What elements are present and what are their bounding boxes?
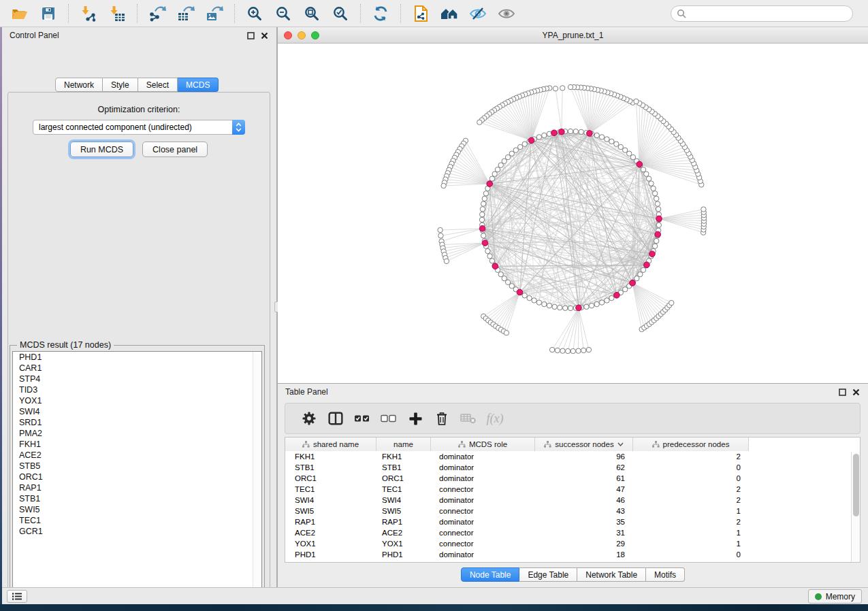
table-row[interactable]: YOX1YOX1connector291 <box>285 538 860 549</box>
table-cell[interactable]: dominator <box>431 516 535 527</box>
table-row[interactable]: RAP1RAP1dominator352 <box>285 516 860 527</box>
mcds-result-item[interactable]: STP4 <box>13 374 261 384</box>
table-cell[interactable]: ACE2 <box>376 527 431 538</box>
table-cell[interactable]: 29 <box>535 538 633 549</box>
mcds-result-item[interactable]: RAP1 <box>13 482 261 493</box>
table-cell[interactable]: dominator <box>431 462 535 473</box>
apply-layout-icon[interactable] <box>369 3 392 24</box>
mcds-result-item[interactable]: SWI5 <box>13 504 261 515</box>
mcds-result-item[interactable]: ORC1 <box>13 472 261 482</box>
table-row[interactable]: FKH1FKH1dominator962 <box>285 451 860 462</box>
mcds-result-item[interactable]: FKH1 <box>13 439 261 450</box>
table-cell[interactable]: TEC1 <box>376 484 431 495</box>
deselect-all-checkboxes-icon[interactable] <box>377 407 400 430</box>
table-cell[interactable]: connector <box>431 538 535 549</box>
table-row[interactable]: TEC1TEC1connector472 <box>285 484 860 495</box>
table-cell[interactable]: ORC1 <box>285 473 376 484</box>
table-cell[interactable]: STB1 <box>285 462 376 473</box>
table-cell[interactable]: YOX1 <box>285 538 376 549</box>
mcds-result-item[interactable]: TEC1 <box>13 515 261 526</box>
network-graph[interactable] <box>278 44 868 382</box>
column-header-successor-nodes[interactable]: successor nodes <box>535 437 633 451</box>
column-header-predecessor-nodes[interactable]: predecessor nodes <box>633 437 749 451</box>
table-row[interactable]: SWI5SWI5connector431 <box>285 506 860 516</box>
open-session-icon[interactable] <box>8 3 31 24</box>
table-cell[interactable]: RAP1 <box>376 516 431 527</box>
table-cell[interactable]: SWI5 <box>285 506 376 516</box>
table-cell[interactable]: 35 <box>535 516 633 527</box>
table-cell[interactable]: SWI4 <box>285 495 376 506</box>
float-panel-icon[interactable] <box>838 388 847 397</box>
table-cell[interactable]: connector <box>431 527 535 538</box>
table-cell[interactable]: 1 <box>633 538 749 549</box>
float-panel-icon[interactable] <box>246 31 255 40</box>
mcds-result-item[interactable]: ACE2 <box>13 450 261 461</box>
close-panel-icon[interactable] <box>852 388 861 397</box>
table-cell[interactable]: dominator <box>431 549 535 560</box>
mcds-result-item[interactable]: SWI4 <box>13 406 261 417</box>
table-cell[interactable]: PHD1 <box>285 549 376 560</box>
close-panel-icon[interactable] <box>260 31 269 40</box>
criterion-select[interactable]: largest connected component (undirected) <box>33 120 245 135</box>
tab-mcds[interactable]: MCDS <box>178 78 219 92</box>
toggle-panel-columns-icon[interactable] <box>324 407 347 430</box>
status-list-button[interactable] <box>7 590 27 603</box>
tab-network[interactable]: Network <box>55 78 103 92</box>
table-cell[interactable]: connector <box>431 506 535 516</box>
network-canvas[interactable] <box>278 44 868 382</box>
zoom-selected-icon[interactable] <box>329 3 352 24</box>
table-cell[interactable]: ORC1 <box>376 473 431 484</box>
table-cell[interactable]: RAP1 <box>285 516 376 527</box>
zoom-fit-icon[interactable] <box>300 3 323 24</box>
table-cell[interactable]: 0 <box>633 549 749 560</box>
table-cell[interactable]: 46 <box>535 495 633 506</box>
export-network-icon[interactable] <box>146 3 169 24</box>
import-network-icon[interactable] <box>77 3 100 24</box>
table-cell[interactable]: FKH1 <box>376 451 431 462</box>
run-mcds-button[interactable]: Run MCDS <box>70 142 133 157</box>
table-cell[interactable]: SWI5 <box>376 506 431 516</box>
table-cell[interactable]: 2 <box>633 516 749 527</box>
table-cell[interactable]: 2 <box>633 484 749 495</box>
mcds-result-item[interactable]: GCR1 <box>13 526 261 537</box>
table-row[interactable]: SWI4SWI4dominator462 <box>285 495 860 506</box>
table-cell[interactable]: 0 <box>633 473 749 484</box>
mcds-result-item[interactable]: STB1 <box>13 493 261 504</box>
table-cell[interactable]: 2 <box>633 451 749 462</box>
table-cell[interactable]: 43 <box>535 506 633 516</box>
mcds-result-item[interactable]: YOX1 <box>13 395 261 406</box>
table-tab-edge-table[interactable]: Edge Table <box>519 567 577 582</box>
table-cell[interactable]: 0 <box>633 462 749 473</box>
table-cell[interactable]: SWI4 <box>376 495 431 506</box>
network-file-icon[interactable] <box>409 3 432 24</box>
zoom-in-icon[interactable] <box>243 3 266 24</box>
table-row[interactable]: ACE2ACE2connector311 <box>285 527 860 538</box>
tab-style[interactable]: Style <box>103 78 138 92</box>
table-row[interactable]: ORC1ORC1dominator610 <box>285 473 860 484</box>
table-cell[interactable]: 96 <box>535 451 633 462</box>
import-table-icon[interactable] <box>106 3 129 24</box>
save-session-icon[interactable] <box>37 3 60 24</box>
show-details-icon[interactable] <box>495 3 518 24</box>
mcds-result-item[interactable]: PMA2 <box>13 428 261 439</box>
select-all-checkboxes-icon[interactable] <box>351 407 374 430</box>
mcds-result-item[interactable]: SRD1 <box>13 417 261 428</box>
table-cell[interactable]: dominator <box>431 451 535 462</box>
table-tab-network-table[interactable]: Network Table <box>577 567 646 582</box>
apply-function-icon[interactable]: f(x) <box>483 407 507 430</box>
table-cell[interactable]: STB1 <box>376 462 431 473</box>
table-cell[interactable]: 18 <box>535 549 633 560</box>
mcds-result-item[interactable]: TID3 <box>13 384 261 395</box>
table-cell[interactable]: dominator <box>431 473 535 484</box>
table-cell[interactable]: YOX1 <box>376 538 431 549</box>
table-row[interactable]: PHD1PHD1dominator180 <box>285 549 860 560</box>
hide-details-icon[interactable] <box>466 3 489 24</box>
table-cell[interactable]: connector <box>431 484 535 495</box>
table-cell[interactable]: dominator <box>431 495 535 506</box>
table-cell[interactable]: 1 <box>633 506 749 516</box>
close-panel-button[interactable]: Close panel <box>142 142 208 157</box>
delete-table-icon[interactable] <box>457 407 480 430</box>
tab-select[interactable]: Select <box>138 78 178 92</box>
mcds-result-item[interactable]: PHD1 <box>13 352 261 363</box>
table-cell[interactable]: PHD1 <box>376 549 431 560</box>
